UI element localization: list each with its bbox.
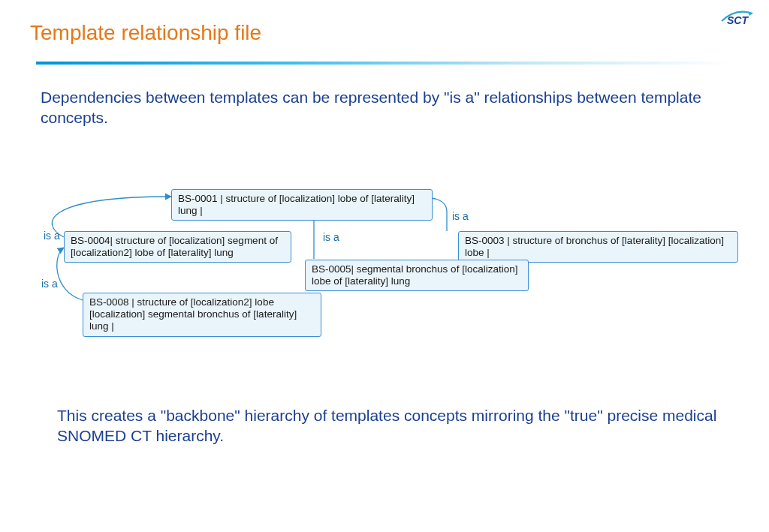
diagram: is a is a is a is a BS-0001 | structure … [0, 0, 769, 532]
closing-paragraph: This creates a "backbone" hierarchy of t… [57, 405, 724, 446]
node-bs0003: BS-0003 | structure of bronchus of [late… [458, 231, 738, 263]
isa-label-3: is a [323, 231, 339, 243]
isa-label-4: is a [452, 210, 469, 222]
node-bs0005: BS-0005| segmental bronchus of [localiza… [305, 260, 529, 291]
node-bs0001: BS-0001 | structure of [localization] lo… [171, 189, 433, 221]
isa-label-1: is a [44, 230, 60, 242]
slide: Template relationship file SCT Dependenc… [0, 0, 769, 532]
isa-label-2: is a [41, 278, 58, 290]
node-bs0008: BS-0008 | structure of [localization2] l… [83, 293, 321, 337]
node-bs0004: BS-0004| structure of [localization] seg… [64, 231, 291, 263]
